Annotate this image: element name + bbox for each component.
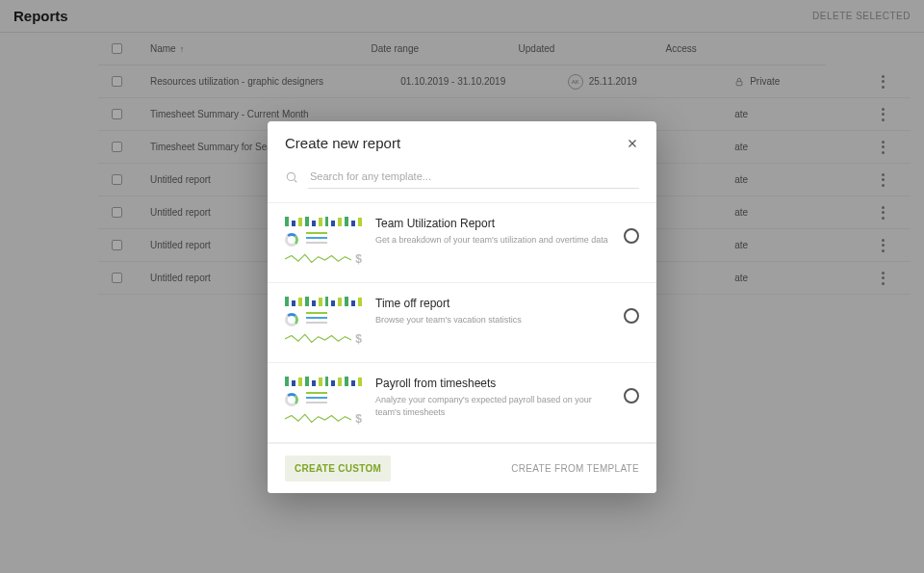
create-from-template-button[interactable]: CREATE FROM TEMPLATE: [511, 463, 639, 474]
template-desc: Browse your team's vacation statistics: [375, 314, 610, 326]
template-item[interactable]: $ Payroll from timesheets Analyze your c…: [268, 363, 656, 443]
create-report-modal: Create new report $ Team Utilization Rep…: [268, 121, 656, 493]
template-title: Time off report: [375, 297, 610, 310]
modal-overlay[interactable]: Create new report $ Team Utilization Rep…: [0, 0, 924, 573]
template-list: $ Team Utilization Report Get a breakdow…: [268, 203, 656, 443]
dollar-icon: $: [355, 252, 362, 266]
template-item[interactable]: $ Time off report Browse your team's vac…: [268, 283, 656, 363]
close-icon[interactable]: [626, 137, 639, 150]
create-custom-button[interactable]: CREATE CUSTOM: [285, 456, 391, 482]
template-title: Payroll from timesheets: [375, 377, 610, 390]
template-desc: Get a breakdown of your team's utilizati…: [375, 234, 610, 247]
template-radio[interactable]: [624, 308, 639, 324]
template-thumbnail-icon: $: [285, 295, 362, 351]
modal-title: Create new report: [285, 135, 400, 151]
dollar-icon: $: [355, 332, 362, 346]
template-thumbnail-icon: $: [285, 375, 362, 430]
template-thumbnail-icon: $: [285, 215, 362, 271]
template-title: Team Utilization Report: [375, 217, 610, 230]
template-radio[interactable]: [624, 228, 639, 244]
template-desc: Analyze your company's expected payroll …: [375, 394, 610, 418]
search-input[interactable]: [308, 165, 639, 189]
svg-point-1: [287, 172, 295, 180]
template-item[interactable]: $ Team Utilization Report Get a breakdow…: [268, 203, 656, 283]
template-radio[interactable]: [624, 388, 639, 404]
dollar-icon: $: [355, 412, 362, 426]
search-icon: [285, 170, 298, 184]
